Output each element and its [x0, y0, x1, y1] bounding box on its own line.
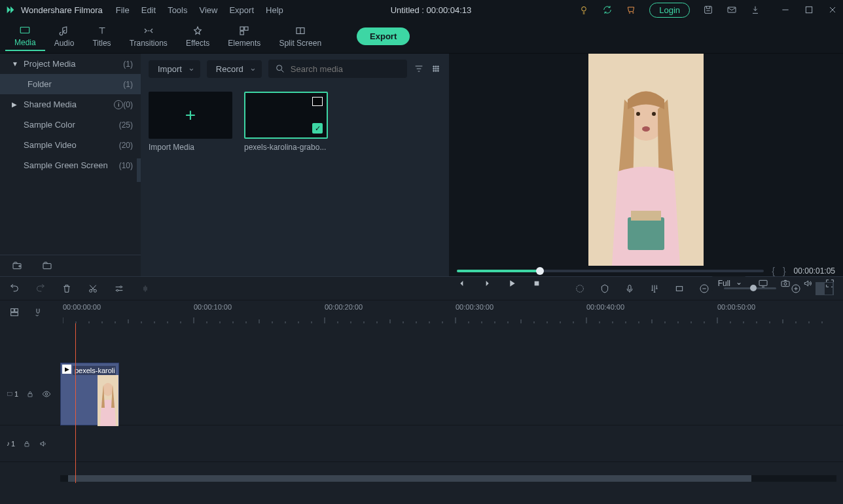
ruler-tick: 00:00:00:00 — [63, 303, 101, 311]
record-dropdown[interactable]: Record — [207, 60, 262, 78]
tab-media[interactable]: Media — [5, 22, 45, 51]
voiceover-icon[interactable] — [624, 283, 635, 294]
tile-label: Import Media — [149, 143, 232, 152]
mail-icon[interactable] — [726, 5, 737, 15]
tab-elements[interactable]: Elements — [219, 22, 270, 50]
zoom-in-icon[interactable] — [791, 283, 801, 294]
tab-effects[interactable]: Effects — [177, 22, 219, 50]
folder-icon[interactable] — [42, 261, 52, 271]
login-button[interactable]: Login — [649, 3, 690, 18]
next-frame-icon[interactable] — [482, 278, 492, 289]
sidebar-item-project-media[interactable]: ▼ Project Media (1) — [0, 54, 141, 74]
audio-mixer-icon[interactable] — [649, 283, 660, 294]
audio-edit-icon[interactable] — [140, 283, 151, 294]
info-icon[interactable]: i — [114, 100, 123, 109]
svg-rect-110 — [25, 443, 29, 446]
fit-to-window-icon[interactable] — [816, 282, 834, 295]
preview-viewport[interactable] — [449, 54, 843, 266]
search-box[interactable] — [268, 60, 407, 78]
menu-edit[interactable]: Edit — [141, 5, 156, 15]
save-icon[interactable] — [703, 5, 713, 15]
svg-point-12 — [433, 66, 434, 67]
timeline-ruler[interactable]: 00:00:00:00 00:00:10:00 00:00:20:00 00:0… — [63, 300, 834, 324]
tab-titles[interactable]: Titles — [83, 22, 120, 50]
sidebar-item-sample-color[interactable]: Sample Color (25) — [0, 115, 141, 135]
video-track[interactable]: 1 ▶ pexels-karoli — [0, 363, 843, 425]
sidebar-item-sample-green[interactable]: Sample Green Screen (10) — [0, 155, 141, 175]
zoom-handle[interactable] — [750, 285, 757, 291]
svg-rect-105 — [7, 392, 12, 395]
timeline[interactable]: 1 ▶ pexels-karoli ♪1 — [0, 323, 843, 483]
stop-icon[interactable] — [531, 278, 542, 289]
cart-icon[interactable] — [626, 5, 636, 15]
zoom-slider[interactable] — [724, 287, 776, 289]
ruler-tick: 00:00:40:00 — [586, 303, 624, 311]
playhead[interactable] — [75, 323, 76, 483]
crop-icon[interactable] — [674, 283, 685, 294]
render-icon[interactable] — [575, 283, 585, 294]
snap-icon[interactable] — [33, 307, 43, 317]
minimize-icon[interactable] — [780, 5, 791, 15]
close-icon[interactable] — [827, 5, 838, 15]
clip-thumbnail — [98, 375, 118, 425]
new-folder-icon[interactable] — [12, 261, 22, 271]
lock-icon[interactable] — [23, 440, 31, 448]
tab-splitscreen[interactable]: Split Screen — [270, 22, 331, 50]
audio-track[interactable]: ♪1 — [0, 425, 843, 462]
import-dropdown[interactable]: Import — [149, 60, 200, 78]
sidebar-item-sample-video[interactable]: Sample Video (20) — [0, 135, 141, 155]
scrub-handle[interactable] — [536, 267, 544, 275]
menu-view[interactable]: View — [199, 5, 217, 15]
ruler-tick: 00:00:10:00 — [194, 303, 232, 311]
play-icon[interactable] — [507, 278, 517, 289]
export-button[interactable]: Export — [357, 27, 410, 45]
prev-frame-icon[interactable] — [457, 278, 467, 289]
tab-transitions[interactable]: Transitions — [120, 22, 177, 50]
marker-icon[interactable] — [600, 283, 610, 294]
horizontal-scrollbar[interactable] — [60, 475, 836, 482]
speaker-icon[interactable] — [39, 439, 48, 448]
track-number: 1 — [11, 440, 15, 448]
delete-icon[interactable] — [62, 283, 72, 294]
maximize-icon[interactable] — [804, 5, 814, 15]
tab-audio[interactable]: Audio — [45, 22, 84, 50]
download-icon[interactable] — [750, 5, 761, 15]
timeline-options-icon[interactable] — [9, 307, 20, 317]
tab-audio-label: Audio — [54, 39, 75, 48]
cut-icon[interactable] — [88, 283, 98, 294]
menu-help[interactable]: Help — [266, 5, 283, 15]
sidebar-count: (1) — [123, 80, 133, 89]
scrollbar-thumb[interactable] — [68, 475, 751, 482]
panel-collapse-handle[interactable] — [137, 158, 141, 182]
eye-icon[interactable] — [42, 389, 51, 399]
import-media-tile[interactable]: + Import Media — [149, 92, 232, 152]
refresh-icon[interactable] — [602, 5, 613, 15]
mark-out-icon[interactable]: } — [783, 266, 786, 276]
svg-rect-5 — [240, 27, 243, 30]
settings-icon[interactable] — [114, 283, 124, 294]
svg-rect-7 — [240, 31, 243, 35]
media-clip-tile[interactable]: ✓ pexels-karolina-grabo... — [244, 92, 328, 152]
sidebar-item-shared-media[interactable]: ▶ Shared Media i (0) — [0, 94, 141, 115]
menu-export[interactable]: Export — [229, 5, 254, 15]
zoom-out-icon[interactable] — [699, 283, 709, 294]
menu-file[interactable]: File — [116, 5, 130, 15]
grid-view-icon[interactable] — [431, 63, 441, 74]
svg-rect-37 — [628, 285, 631, 289]
document-title: Untitled : 00:00:04:13 — [283, 5, 579, 15]
scrub-bar[interactable] — [457, 270, 764, 272]
svg-rect-42 — [15, 308, 18, 312]
search-input[interactable] — [291, 64, 401, 74]
svg-point-18 — [433, 70, 434, 71]
menu-tools[interactable]: Tools — [168, 5, 187, 15]
svg-rect-26 — [628, 217, 664, 250]
timeline-clip[interactable]: ▶ pexels-karoli — [60, 363, 119, 425]
ruler-tick: 00:00:20:00 — [325, 303, 363, 311]
sidebar-item-folder[interactable]: Folder (1) — [0, 74, 141, 94]
filter-icon[interactable] — [414, 63, 424, 74]
lightbulb-icon[interactable] — [579, 5, 589, 15]
mark-in-icon[interactable]: { — [772, 266, 775, 276]
undo-icon[interactable] — [9, 283, 20, 294]
redo-icon[interactable] — [35, 283, 46, 294]
lock-icon[interactable] — [26, 390, 34, 398]
